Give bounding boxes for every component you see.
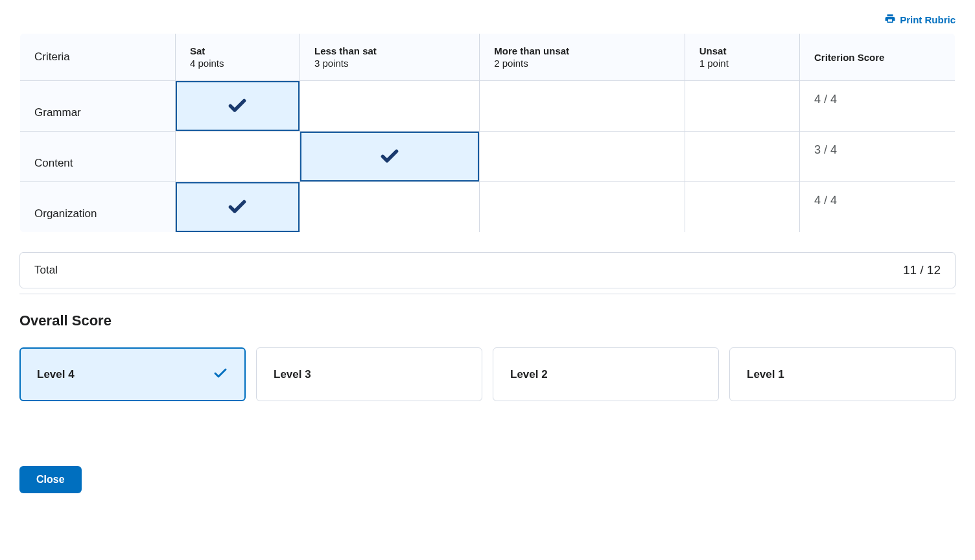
table-row: Grammar4 / 4 xyxy=(20,81,956,132)
print-rubric-link[interactable]: Print Rubric xyxy=(884,13,956,27)
level-header: Less than sat 3 points xyxy=(300,34,479,81)
level-name: More than unsat xyxy=(494,45,670,56)
checkmark-icon xyxy=(379,145,400,166)
table-row: Content3 / 4 xyxy=(20,132,956,182)
level-header: Unsat 1 point xyxy=(685,34,799,81)
total-label: Total xyxy=(34,264,58,277)
rubric-level-cell[interactable] xyxy=(300,182,479,233)
level-name: Less than sat xyxy=(314,45,465,56)
checkmark-icon xyxy=(227,95,248,115)
overall-level-label: Level 2 xyxy=(510,368,548,381)
rubric-level-cell[interactable] xyxy=(300,132,479,182)
overall-level-label: Level 3 xyxy=(274,368,311,381)
print-icon xyxy=(884,13,896,27)
rubric-level-cell[interactable] xyxy=(176,132,300,182)
rubric-level-cell[interactable] xyxy=(685,132,799,182)
total-row: Total 11 / 12 xyxy=(19,252,956,288)
rubric-level-cell[interactable] xyxy=(685,182,799,233)
rubric-level-cell[interactable] xyxy=(685,81,799,132)
overall-score-title: Overall Score xyxy=(19,312,956,329)
rubric-level-cell[interactable] xyxy=(480,132,685,182)
overall-levels: Level 4Level 3Level 2Level 1 xyxy=(19,347,956,401)
rubric-level-cell[interactable] xyxy=(480,81,685,132)
overall-level-option[interactable]: Level 3 xyxy=(256,347,482,401)
level-name: Sat xyxy=(190,45,285,56)
close-button[interactable]: Close xyxy=(19,466,82,493)
criteria-name-cell: Grammar xyxy=(20,81,176,132)
total-value: 11 / 12 xyxy=(903,263,941,277)
rubric-level-cell[interactable] xyxy=(176,81,300,132)
overall-level-option[interactable]: Level 4 xyxy=(19,347,246,401)
rubric-level-cell[interactable] xyxy=(300,81,479,132)
criterion-score-header: Criterion Score xyxy=(800,34,956,81)
print-rubric-label: Print Rubric xyxy=(900,14,956,25)
criteria-header: Criteria xyxy=(20,34,176,81)
overall-level-option[interactable]: Level 1 xyxy=(729,347,956,401)
level-header: Sat 4 points xyxy=(176,34,300,81)
level-points: 4 points xyxy=(190,58,224,69)
criterion-score-cell: 4 / 4 xyxy=(800,182,956,233)
criteria-name-cell: Content xyxy=(20,132,176,182)
level-points: 3 points xyxy=(314,58,349,69)
checkmark-icon xyxy=(213,365,228,384)
overall-level-label: Level 4 xyxy=(37,368,75,381)
table-row: Organization4 / 4 xyxy=(20,182,956,233)
criterion-score-cell: 3 / 4 xyxy=(800,132,956,182)
divider xyxy=(19,294,956,294)
level-points: 2 points xyxy=(494,58,528,69)
overall-level-option[interactable]: Level 2 xyxy=(493,347,719,401)
criteria-name-cell: Organization xyxy=(20,182,176,233)
level-header: More than unsat 2 points xyxy=(480,34,685,81)
level-name: Unsat xyxy=(699,45,785,56)
rubric-table: Criteria Sat 4 points Less than sat 3 po… xyxy=(19,33,956,233)
level-points: 1 point xyxy=(699,58,729,69)
checkmark-icon xyxy=(227,196,248,216)
overall-level-label: Level 1 xyxy=(747,368,784,381)
rubric-level-cell[interactable] xyxy=(176,182,300,233)
rubric-level-cell[interactable] xyxy=(480,182,685,233)
criterion-score-cell: 4 / 4 xyxy=(800,81,956,132)
